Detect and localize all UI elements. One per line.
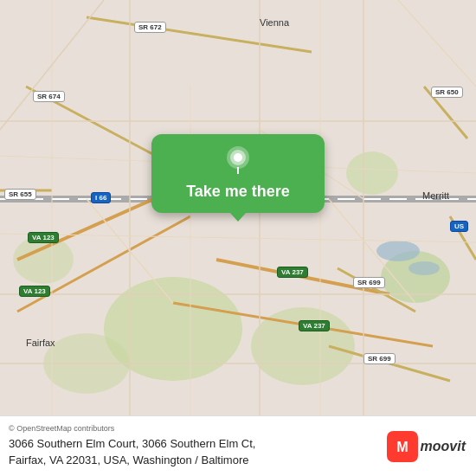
road-badge-us: US [450,221,468,232]
road-badge-sr699-1: SR 699 [353,277,385,288]
road-badge-va237-1: VA 237 [277,267,308,278]
popup-label: Take me there [186,183,290,201]
svg-point-8 [408,261,440,275]
road-badge-sr674: SR 674 [33,91,65,102]
info-bar: © OpenStreetMap contributors 3066 Southe… [0,415,476,476]
attribution-text: © OpenStreetMap contributors [9,424,387,433]
city-label-merritt: Merritt [422,190,449,201]
svg-point-5 [346,151,398,195]
address-line1: 3066 Southern Elm Court, 3066 Southern E… [9,436,387,452]
svg-point-7 [376,241,420,261]
svg-point-40 [234,153,242,162]
road-badge-va123-2: VA 123 [19,286,50,297]
road-badge-sr672: SR 672 [134,22,166,33]
road-badge-sr699-2: SR 699 [363,353,396,364]
svg-text:M: M [396,439,408,454]
location-pin-icon [222,145,254,176]
take-me-there-button[interactable]: Take me there [151,134,325,213]
moovit-icon: M [387,431,418,462]
road-badge-i66: I 66 [91,192,111,203]
moovit-logo[interactable]: M moovit [387,431,466,462]
address-block: © OpenStreetMap contributors 3066 Southe… [9,424,387,467]
road-badge-va123-1: VA 123 [28,232,59,243]
map-container: SR 672 SR 674 SR 655 SR 650 I 66 VA 123 … [0,0,476,415]
road-badge-sr655: SR 655 [4,189,36,200]
road-badge-va237-2: VA 237 [299,320,330,331]
road-badge-sr650: SR 650 [431,87,463,98]
city-label-vienna: Vienna [260,17,289,28]
city-label-fairfax: Fairfax [26,338,55,348]
address-line2: Fairfax, VA 22031, USA, Washington / Bal… [9,453,387,468]
moovit-wordmark: moovit [421,439,466,454]
